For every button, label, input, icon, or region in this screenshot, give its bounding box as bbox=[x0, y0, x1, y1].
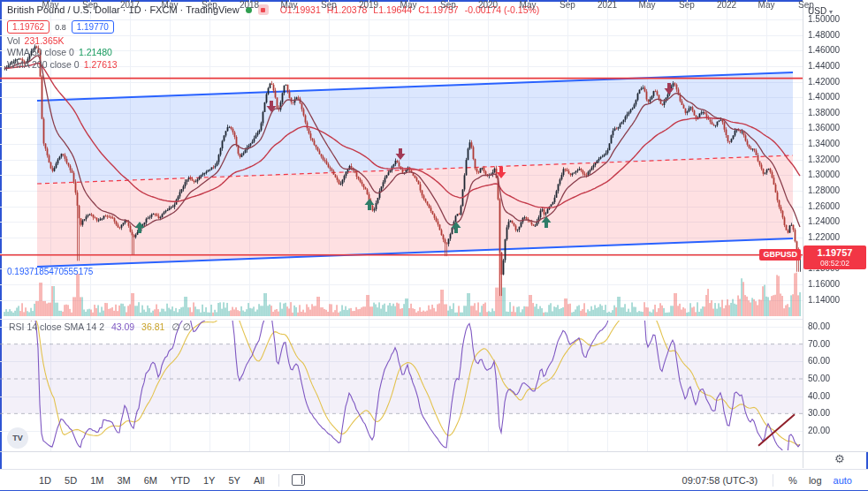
time-axis-label: Sep bbox=[560, 0, 575, 10]
wma50-legend: WMA 50 close 01.21480 bbox=[7, 47, 112, 57]
spread-value: 0.8 bbox=[54, 23, 67, 32]
rsi-sma-value: 36.81 bbox=[141, 321, 164, 332]
bid-ask-row: 1.19762 0.8 1.19770 bbox=[7, 20, 114, 34]
time-axis-label: Sep bbox=[202, 0, 217, 10]
rsi-axis-label: 50.00 bbox=[808, 374, 830, 383]
range-button-6m[interactable]: 6M bbox=[144, 475, 157, 486]
price-axis-label: 1.14000 bbox=[808, 295, 840, 305]
time-axis-label: May bbox=[520, 0, 537, 10]
measurement-label: 0.1937185470555175 bbox=[7, 267, 93, 276]
rsi-extra: ∅ ∅ bbox=[171, 321, 190, 332]
price-axis-label: 1.40000 bbox=[808, 92, 840, 102]
price-axis-label: 1.24000 bbox=[808, 216, 840, 226]
price-axis-label: 1.50000 bbox=[808, 14, 840, 24]
time-axis-label: Sep bbox=[321, 0, 337, 10]
range-button-ytd[interactable]: YTD bbox=[171, 475, 190, 486]
go-to-date-icon[interactable] bbox=[292, 474, 305, 486]
time-axis-label: Sep bbox=[679, 0, 695, 10]
symbol-price-chip: GBPUSD bbox=[759, 249, 801, 261]
buy-button[interactable]: 1.19770 bbox=[72, 20, 114, 34]
rsi-axis-label: 30.00 bbox=[808, 408, 830, 418]
price-axis-label: 1.48000 bbox=[808, 30, 840, 40]
toolbar-divider bbox=[773, 474, 773, 487]
time-axis-label: 2022 bbox=[717, 0, 736, 10]
range-group: 1D5D1M3M6MYTD1Y5YAll bbox=[0, 475, 264, 486]
time-axis-label: 2017 bbox=[120, 0, 140, 10]
rsi-axis-label: 80.00 bbox=[808, 321, 830, 331]
price-axis-label: 1.36000 bbox=[808, 123, 840, 132]
time-axis-label: Sep bbox=[82, 0, 98, 10]
price-axis-label: 1.16000 bbox=[808, 279, 840, 289]
time-axis-label: May bbox=[42, 0, 59, 10]
rsi-axis-label: 20.00 bbox=[808, 426, 830, 435]
rsi-legend: RSI 14 close SMA 14 2 43.09 36.81 ∅ ∅ bbox=[9, 321, 191, 332]
chart-canvas[interactable] bbox=[0, 0, 868, 491]
tradingview-chart-window: British Pound / U.S. Dollar · 1D · FXCM … bbox=[0, 0, 868, 491]
range-button-1d[interactable]: 1D bbox=[39, 475, 51, 486]
time-axis-label: 2021 bbox=[598, 0, 617, 10]
range-button-1y[interactable]: 1Y bbox=[203, 475, 215, 486]
rsi-axis-label: 40.00 bbox=[808, 391, 830, 401]
price-axis-label: 1.46000 bbox=[808, 45, 840, 55]
range-button-all[interactable]: All bbox=[254, 475, 264, 486]
price-axis-label: 1.28000 bbox=[808, 185, 840, 195]
wma200-legend: WMA 200 close 01.27613 bbox=[7, 59, 118, 70]
bottom-toolbar: 1D5D1M3M6MYTD1Y5YAll 09:07:58 (UTC-3) % … bbox=[0, 469, 868, 490]
time-axis-label: 2019 bbox=[359, 0, 378, 10]
market-status-icon[interactable] bbox=[258, 4, 269, 15]
time-axis-label: May bbox=[639, 0, 656, 10]
price-axis-label: 1.42000 bbox=[808, 77, 840, 87]
price-axis-label: 1.30000 bbox=[808, 170, 840, 179]
volume-legend: Vol231.365K bbox=[7, 35, 65, 46]
price-axis-label: 1.44000 bbox=[808, 61, 840, 71]
last-price-value: 1.19757 bbox=[803, 246, 866, 259]
price-axis-label: 1.22000 bbox=[808, 232, 840, 242]
price-axis-label: 1.38000 bbox=[808, 108, 840, 117]
time-axis-label: May bbox=[162, 0, 179, 10]
time-axis-label: May bbox=[281, 0, 298, 10]
range-button-1m[interactable]: 1M bbox=[90, 475, 103, 486]
time-axis-label: 2020 bbox=[478, 0, 498, 10]
bar-countdown: 08:52:02 bbox=[803, 259, 866, 268]
price-axis-label: 1.34000 bbox=[808, 139, 840, 148]
rsi-axis-label: 60.00 bbox=[808, 356, 830, 366]
price-axis-label: 1.26000 bbox=[808, 201, 840, 211]
range-button-5y[interactable]: 5Y bbox=[228, 475, 240, 486]
time-axis-label: Sep bbox=[798, 0, 814, 10]
log-scale-button[interactable]: log bbox=[809, 475, 822, 486]
rsi-value: 43.09 bbox=[111, 321, 134, 332]
tradingview-watermark[interactable]: TV bbox=[7, 427, 28, 449]
rsi-axis-label: 70.00 bbox=[808, 339, 830, 349]
percent-scale-button[interactable]: % bbox=[788, 475, 797, 486]
clock[interactable]: 09:07:58 (UTC-3) bbox=[682, 475, 758, 486]
toolbar-divider bbox=[278, 474, 279, 487]
time-axis-label: Sep bbox=[440, 0, 456, 10]
auto-scale-button[interactable]: auto bbox=[834, 475, 852, 486]
price-axis-label: 1.32000 bbox=[808, 155, 840, 164]
time-axis-label: May bbox=[400, 0, 417, 10]
last-price-badge[interactable]: 1.19757 08:52:02 bbox=[803, 246, 866, 269]
sell-button[interactable]: 1.19762 bbox=[7, 20, 49, 34]
time-axis-label: May bbox=[758, 0, 775, 10]
range-button-3m[interactable]: 3M bbox=[117, 475, 130, 486]
gear-icon[interactable]: ⚙ bbox=[834, 452, 845, 465]
range-button-5d[interactable]: 5D bbox=[65, 475, 77, 486]
time-axis-label: 2018 bbox=[240, 0, 259, 10]
